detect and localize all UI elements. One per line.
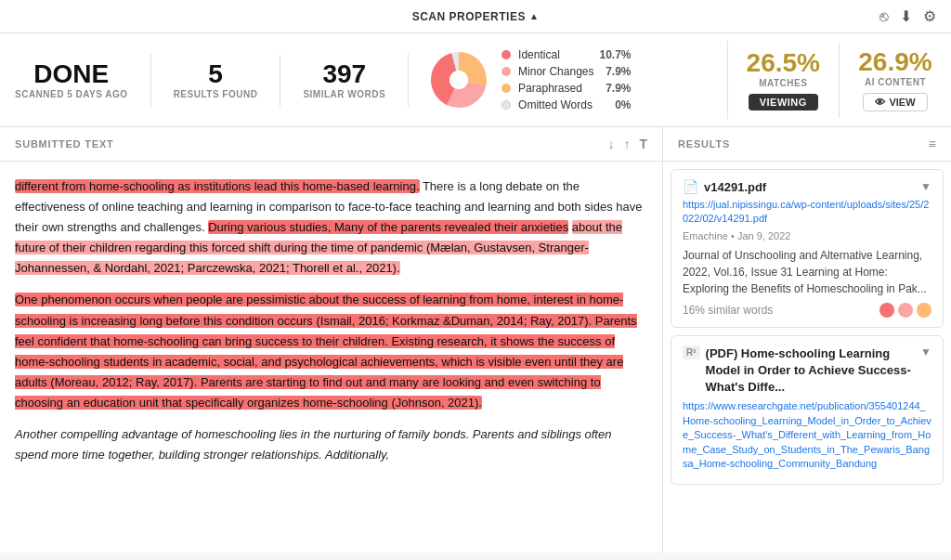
dot-orange-1 [917, 303, 931, 318]
pie-chart [431, 52, 487, 108]
result-2-url[interactable]: https://www.researchgate.net/publication… [683, 399, 931, 471]
ai-label: AI CONTENT [858, 77, 932, 87]
matches-label: MATCHES [747, 78, 820, 88]
identical-pct: 10.7% [599, 48, 631, 61]
result-card-1-header: 📄 v14291.pdf ▼ [683, 179, 931, 194]
submitted-text-content: different from home-schooling as institu… [0, 162, 662, 553]
text-panel: SUBMITTED TEXT ↓ ↑ T different from home… [0, 127, 663, 553]
result-card-2: R² (PDF) Home-schooling Learning Model i… [671, 335, 944, 486]
r2-badge: R² [683, 345, 700, 359]
highlight-institutions: different from home-schooling as institu… [15, 179, 420, 193]
svg-point-4 [449, 71, 468, 89]
expand-arrow-2[interactable]: ▼ [920, 345, 931, 358]
stats-bar: DONE SCANNED 5 DAYS AGO 5 RESULTS FOUND … [0, 33, 951, 127]
omitted-dot [502, 100, 511, 110]
identical-label: Identical [518, 48, 560, 61]
filter-icon[interactable]: ≡ [929, 137, 936, 151]
matches-block: 26.5% MATCHES VIEWING [728, 43, 840, 118]
results-block: 5 RESULTS FOUND [151, 54, 281, 107]
paragraph-3: Another compelling advantage of homescho… [15, 424, 647, 465]
result-card-1: 📄 v14291.pdf ▼ https://jual.nipissingu.c… [671, 169, 944, 328]
scan-properties-label: SCAN PROPERTIES ▲ [412, 10, 540, 23]
omitted-pct: 0% [601, 98, 631, 111]
identical-dot [502, 50, 511, 59]
eye-icon: 👁 [875, 97, 885, 108]
result-1-dots [879, 303, 931, 318]
arrow-up-icon[interactable]: ↑ [623, 137, 630, 151]
minor-label: Minor Changes [518, 65, 593, 78]
results-panel: RESULTS ≡ 📄 v14291.pdf ▼ https://jual.ni… [663, 127, 951, 553]
dot-red-1 [879, 303, 894, 318]
result-1-filename: v14291.pdf [704, 180, 915, 194]
text-panel-icons: ↓ ↑ T [607, 137, 647, 151]
matches-pct: 26.5% [747, 50, 820, 76]
result-1-url[interactable]: https://jual.nipissingu.ca/wp-content/up… [683, 198, 931, 227]
settings-icon[interactable]: ⚙ [923, 7, 936, 25]
omitted-label: Omitted Words [518, 98, 593, 111]
results-title: RESULTS [678, 138, 730, 150]
paragraph-1: different from home-schooling as institu… [15, 176, 647, 279]
highlight-para2-main: One phenomenon occurs when people are pe… [15, 293, 637, 409]
arrow-down-icon[interactable]: ↓ [607, 137, 614, 151]
status-value: DONE [15, 61, 128, 87]
submitted-text-title: SUBMITTED TEXT [15, 138, 114, 150]
minor-dot [502, 67, 511, 76]
result-1-desc: Journal of Unschooling and Alternative L… [683, 247, 931, 297]
scan-properties-text: SCAN PROPERTIES [412, 10, 526, 23]
result-1-source: Emachine • Jan 9, 2022 [683, 230, 931, 241]
view-label: VIEW [889, 97, 915, 108]
top-bar: SCAN PROPERTIES ▲ ⎋ ⬇ ⚙ [0, 0, 951, 33]
chevron-up-icon: ▲ [529, 11, 539, 21]
legend: Identical 10.7% Minor Changes 7.9% Parap… [502, 48, 631, 111]
highlight-studies: During various studies, Many of the pare… [208, 220, 568, 234]
similar-words-block: 397 SIMILAR WORDS [280, 54, 409, 107]
status-block: DONE SCANNED 5 DAYS AGO [0, 54, 151, 107]
results-list: 📄 v14291.pdf ▼ https://jual.nipissingu.c… [663, 162, 951, 553]
paraphrased-pct: 7.9% [601, 82, 631, 95]
expand-arrow-1[interactable]: ▼ [920, 180, 931, 193]
legend-identical: Identical 10.7% [502, 48, 631, 61]
top-bar-icons: ⎋ ⬇ ⚙ [879, 7, 936, 25]
main-content: SUBMITTED TEXT ↓ ↑ T different from home… [0, 127, 951, 553]
results-panel-header: RESULTS ≡ [663, 127, 951, 162]
similar-words-value: 397 [303, 61, 385, 87]
paragraph-2: One phenomenon occurs when people are pe… [15, 290, 647, 413]
similar-words-label: SIMILAR WORDS [303, 89, 385, 99]
paraphrased-dot [502, 84, 511, 93]
result-1-similar-pct: 16% similar words [683, 304, 773, 317]
result-1-similar-row: 16% similar words [683, 303, 931, 318]
result-card-2-header: R² (PDF) Home-schooling Learning Model i… [683, 345, 931, 397]
text-panel-header: SUBMITTED TEXT ↓ ↑ T [0, 127, 662, 162]
status-label: SCANNED 5 DAYS AGO [15, 89, 128, 99]
paraphrased-label: Paraphrased [518, 82, 582, 95]
dot-salmon-1 [898, 303, 913, 318]
ai-pct: 26.9% [858, 49, 932, 75]
result-2-title: (PDF) Home-schooling Learning Model in O… [706, 345, 916, 397]
legend-minor: Minor Changes 7.9% [502, 65, 631, 78]
share-icon[interactable]: ⎋ [879, 8, 889, 25]
results-label: RESULTS FOUND [174, 89, 258, 99]
legend-omitted: Omitted Words 0% [502, 98, 631, 111]
pdf-icon-1: 📄 [683, 179, 698, 194]
download-icon[interactable]: ⬇ [900, 7, 912, 25]
results-value: 5 [174, 61, 258, 87]
minor-pct: 7.9% [601, 65, 631, 78]
view-button[interactable]: 👁 VIEW [863, 93, 927, 111]
viewing-button[interactable]: VIEWING [749, 94, 818, 111]
legend-paraphrased: Paraphrased 7.9% [502, 82, 631, 95]
ai-content-block: 26.9% AI CONTENT 👁 VIEW [840, 42, 951, 119]
font-size-icon[interactable]: T [639, 137, 647, 151]
pie-section: Identical 10.7% Minor Changes 7.9% Parap… [409, 41, 727, 119]
